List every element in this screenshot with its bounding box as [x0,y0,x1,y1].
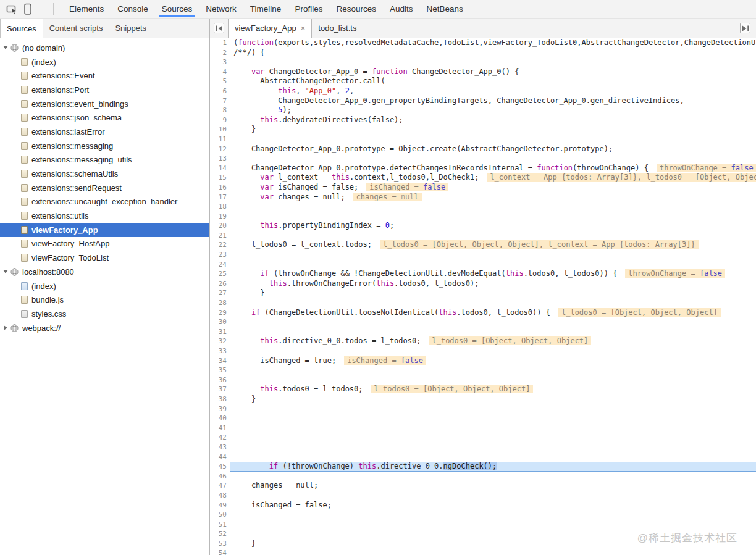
line-number[interactable]: 2 [210,48,230,58]
code-line-content[interactable]: isChanged = true;isChanged = false [230,356,756,366]
line-number[interactable]: 35 [210,365,230,375]
line-number[interactable]: 10 [210,125,230,135]
line-number[interactable]: 30 [210,317,230,327]
code-line-content[interactable] [230,491,756,501]
code-line-content[interactable] [230,548,756,555]
code-line-content[interactable] [230,433,756,443]
code-line-content[interactable]: var changes = null;changes = null [230,193,756,202]
line-number[interactable]: 25 [210,269,230,279]
show-drawer-icon[interactable] [740,23,750,33]
code-line-content[interactable]: this.throwOnChangeError(this.todos0, l_t… [230,279,756,289]
code-line-content[interactable] [230,424,756,433]
code-line-content[interactable] [230,453,756,462]
line-number[interactable]: 47 [210,481,230,491]
code-line-content[interactable]: AbstractChangeDetector.call( [230,77,756,86]
line-number[interactable]: 45 [210,462,230,472]
code-line-content[interactable]: var l_context = this.context,l_todos0,l_… [230,173,756,183]
code-line-content[interactable] [230,327,756,337]
line-number[interactable]: 33 [210,346,230,356]
code-line-content[interactable]: } [230,394,756,404]
tab-elements[interactable]: Elements [62,0,111,18]
tab-network[interactable]: Network [199,0,243,18]
line-number[interactable]: 42 [210,433,230,443]
tree-item-viewfactory-hostapp[interactable]: viewFactory_HostApp [0,237,209,251]
tree-item-extensions-schemautils[interactable]: extensions::schemaUtils [0,167,209,181]
tab-timeline[interactable]: Timeline [243,0,288,18]
line-number[interactable]: 26 [210,279,230,289]
inspect-element-icon[interactable] [4,1,20,17]
line-number[interactable]: 36 [210,375,230,385]
navigator-tab-sources[interactable]: Sources [0,19,43,38]
line-number[interactable]: 31 [210,327,230,337]
tree-item-extensions-utils[interactable]: extensions::utils [0,209,209,223]
tree-item-extensions-uncaught-exception-handler[interactable]: extensions::uncaught_exception_handler [0,195,209,209]
file-tab-viewfactory-app[interactable]: viewFactory_App× [228,19,312,38]
line-number[interactable]: 39 [210,404,230,414]
tab-console[interactable]: Console [111,0,155,18]
code-line-content[interactable]: ChangeDetector_App_0.gen_propertyBinding… [230,96,756,106]
line-number[interactable]: 43 [210,443,230,453]
hide-navigator-icon[interactable] [214,23,224,33]
line-number[interactable]: 14 [210,164,230,173]
tree-item-extensions-messaging[interactable]: extensions::messaging [0,139,209,153]
code-line-content[interactable] [230,472,756,482]
disclosure-triangle-icon[interactable] [2,325,9,330]
line-number[interactable]: 21 [210,231,230,241]
code-line-content[interactable]: if (!throwOnChange) this.directive_0_0.n… [230,462,756,472]
tab-audits[interactable]: Audits [383,0,420,18]
code-line-content[interactable] [230,375,756,385]
line-number[interactable]: 17 [210,193,230,202]
code-line-content[interactable] [230,443,756,453]
tree-item-viewfactory-todolist[interactable]: viewFactory_TodoList [0,251,209,265]
tree-item-viewfactory-app[interactable]: viewFactory_App [0,223,209,237]
line-number[interactable]: 1 [210,38,230,48]
line-number[interactable]: 12 [210,144,230,154]
code-line-content[interactable]: isChanged = false; [230,501,756,511]
line-number[interactable]: 13 [210,154,230,164]
code-line-content[interactable] [230,317,756,327]
code-line-content[interactable] [230,202,756,212]
file-tab-todo-list-ts[interactable]: todo_list.ts [312,19,363,38]
code-line-content[interactable]: } [230,288,756,298]
line-number[interactable]: 27 [210,288,230,298]
line-number[interactable]: 40 [210,414,230,424]
code-line-content[interactable]: this.dehydrateDirectives(false); [230,115,756,125]
line-number[interactable]: 22 [210,240,230,250]
tree-item-extensions-event-bindings[interactable]: extensions::event_bindings [0,97,209,111]
line-number[interactable]: 32 [210,336,230,346]
disclosure-triangle-icon[interactable] [2,46,9,49]
code-line-content[interactable]: var isChanged = false;isChanged = false [230,183,756,193]
code-line-content[interactable]: if (throwOnChange && !ChangeDetectionUti… [230,269,756,279]
device-mode-icon[interactable] [20,1,36,17]
navigator-tab-content-scripts[interactable]: Content scripts [43,19,109,38]
line-number[interactable]: 9 [210,115,230,125]
line-number[interactable]: 37 [210,385,230,394]
code-line-content[interactable]: changes = null; [230,481,756,491]
tree-item-extensions-port[interactable]: extensions::Port [0,83,209,97]
line-number[interactable]: 48 [210,491,230,501]
line-number[interactable]: 49 [210,501,230,511]
line-number[interactable]: 28 [210,298,230,308]
tab-resources[interactable]: Resources [329,0,383,18]
line-number[interactable]: 20 [210,221,230,231]
tree-item-extensions-messaging-utils[interactable]: extensions::messaging_utils [0,153,209,167]
line-number[interactable]: 44 [210,453,230,462]
line-number[interactable]: 34 [210,356,230,366]
line-number[interactable]: 41 [210,424,230,433]
line-number[interactable]: 3 [210,57,230,67]
code-line-content[interactable]: ChangeDetector_App_0.prototype.detectCha… [230,164,756,173]
disclosure-triangle-icon[interactable] [2,270,9,273]
code-line-content[interactable] [230,250,756,260]
code-line-content[interactable] [230,231,756,241]
tree-item-extensions-event[interactable]: extensions::Event [0,69,209,83]
code-line-content[interactable] [230,135,756,144]
code-line-content[interactable]: if (ChangeDetectionUtil.looseNotIdentica… [230,308,756,318]
line-number[interactable]: 4 [210,67,230,77]
line-number[interactable]: 46 [210,472,230,482]
code-line-content[interactable] [230,57,756,67]
line-number[interactable]: 54 [210,548,230,555]
line-number[interactable]: 23 [210,250,230,260]
tree-item-localhost-8080[interactable]: localhost:8080 [0,265,209,279]
tree-item-index[interactable]: (index) [0,55,209,69]
code-line-content[interactable] [230,520,756,530]
